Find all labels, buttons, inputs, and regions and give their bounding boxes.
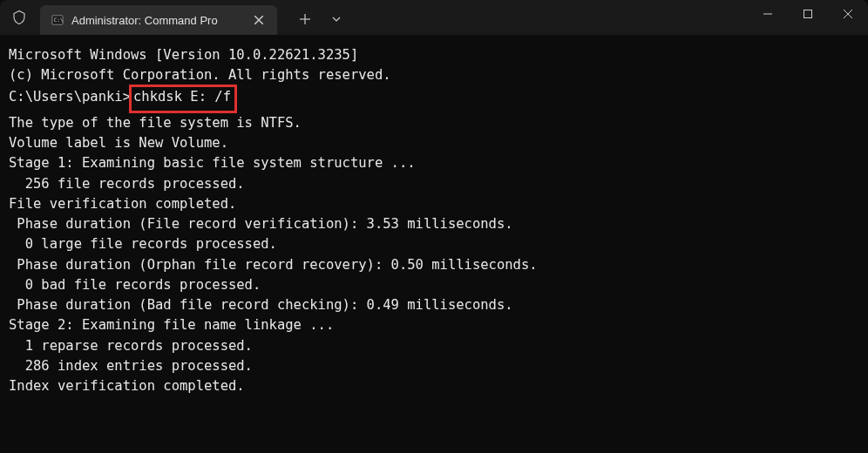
prompt-line: C:\Users\panki>chkdsk E: /f	[9, 86, 859, 113]
titlebar: C:\ Administrator: Command Pro	[0, 0, 868, 35]
new-tab-button[interactable]	[291, 5, 319, 33]
output-line: The type of the file system is NTFS.	[9, 113, 859, 133]
terminal-output[interactable]: Microsoft Windows [Version 10.0.22621.32…	[0, 35, 868, 407]
svg-text:C:\: C:\	[54, 17, 64, 23]
command-text: chkdsk E: /f	[133, 89, 231, 105]
tab-title: Administrator: Command Pro	[71, 14, 218, 27]
svg-rect-7	[804, 10, 812, 18]
output-line: (c) Microsoft Corporation. All rights re…	[9, 65, 859, 85]
close-tab-button[interactable]	[251, 12, 267, 28]
output-line: Phase duration (Bad file record checking…	[9, 295, 859, 315]
minimize-button[interactable]	[748, 0, 788, 28]
output-line: Phase duration (File record verification…	[9, 214, 859, 234]
admin-shield-icon	[5, 3, 33, 31]
prompt-prefix: C:\Users\panki>	[9, 89, 131, 105]
output-line: Phase duration (Orphan file record recov…	[9, 255, 859, 275]
output-line: 286 index entries processed.	[9, 356, 859, 376]
output-line: 256 file records processed.	[9, 174, 859, 194]
window-controls	[748, 0, 868, 35]
output-line: Stage 2: Examining file name linkage ...	[9, 315, 859, 335]
output-line: Microsoft Windows [Version 10.0.22621.32…	[9, 45, 859, 65]
maximize-button[interactable]	[788, 0, 828, 28]
tab-dropdown-button[interactable]	[322, 5, 350, 33]
command-highlight: chkdsk E: /f	[129, 85, 237, 113]
output-line: Index verification completed.	[9, 376, 859, 396]
output-line: 1 reparse records processed.	[9, 336, 859, 356]
output-line: 0 large file records processed.	[9, 234, 859, 254]
cmd-icon: C:\	[51, 13, 64, 27]
output-line: Volume label is New Volume.	[9, 133, 859, 153]
titlebar-left: C:\ Administrator: Command Pro	[0, 0, 350, 35]
close-window-button[interactable]	[828, 0, 868, 28]
output-line: File verification completed.	[9, 194, 859, 214]
terminal-tab[interactable]: C:\ Administrator: Command Pro	[40, 5, 277, 35]
output-line: Stage 1: Examining basic file system str…	[9, 153, 859, 173]
output-line: 0 bad file records processed.	[9, 275, 859, 295]
